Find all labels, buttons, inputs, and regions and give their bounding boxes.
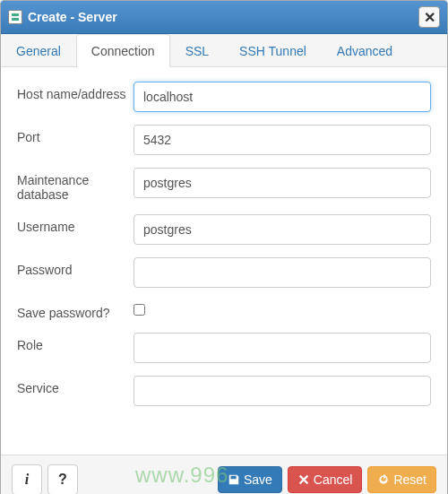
- info-icon: i: [25, 472, 29, 488]
- label-port: Port: [17, 125, 134, 144]
- tab-bar: General Connection SSL SSH Tunnel Advanc…: [1, 34, 447, 67]
- label-username: Username: [17, 214, 134, 234]
- server-icon: [8, 10, 22, 24]
- tab-advanced[interactable]: Advanced: [322, 34, 408, 67]
- label-password: Password: [17, 257, 134, 277]
- service-input[interactable]: [134, 376, 431, 406]
- watermark-text: www.996: [135, 463, 228, 488]
- help-icon: ?: [58, 472, 67, 488]
- row-password: Password: [17, 257, 431, 288]
- username-input[interactable]: [134, 214, 431, 245]
- label-save-password: Save password?: [17, 300, 134, 320]
- close-icon: ✕: [424, 9, 435, 26]
- cancel-button[interactable]: Cancel: [288, 466, 363, 493]
- row-username: Username: [17, 214, 431, 245]
- host-input[interactable]: [134, 82, 431, 112]
- reset-button-label: Reset: [393, 472, 426, 487]
- role-input[interactable]: [134, 333, 431, 363]
- label-host: Host name/address: [17, 82, 134, 101]
- tab-connection[interactable]: Connection: [76, 34, 170, 67]
- dialog-footer: www.996 i ? Save Cancel Reset: [1, 455, 447, 494]
- dialog-title: Create - Server: [28, 10, 418, 24]
- label-maintenance-db: Maintenance database: [17, 168, 134, 202]
- help-button[interactable]: ?: [47, 464, 78, 494]
- svg-rect-1: [12, 18, 19, 21]
- save-icon: [228, 473, 240, 486]
- close-button[interactable]: ✕: [418, 6, 440, 28]
- row-service: Service: [17, 376, 431, 406]
- form-body: Host name/address Port Maintenance datab…: [1, 67, 447, 455]
- tab-general[interactable]: General: [1, 34, 76, 67]
- row-port: Port: [17, 125, 431, 155]
- reset-button[interactable]: Reset: [367, 466, 436, 493]
- label-role: Role: [17, 333, 134, 352]
- tab-ssh-tunnel[interactable]: SSH Tunnel: [224, 34, 322, 67]
- cancel-icon: [297, 473, 310, 486]
- info-button[interactable]: i: [12, 464, 42, 494]
- save-button-label: Save: [244, 472, 272, 487]
- maintenance-db-input[interactable]: [134, 168, 431, 198]
- titlebar: Create - Server ✕: [1, 1, 447, 34]
- row-role: Role: [17, 333, 431, 363]
- create-server-dialog: Create - Server ✕ General Connection SSL…: [0, 0, 448, 494]
- save-button[interactable]: Save: [218, 466, 282, 493]
- tab-ssl[interactable]: SSL: [170, 34, 224, 67]
- password-input[interactable]: [134, 257, 431, 288]
- svg-rect-0: [12, 13, 19, 16]
- save-password-checkbox[interactable]: [134, 304, 145, 316]
- port-input[interactable]: [134, 125, 431, 155]
- cancel-button-label: Cancel: [314, 472, 353, 487]
- row-save-password: Save password?: [17, 300, 431, 320]
- row-maintenance-db: Maintenance database: [17, 168, 431, 202]
- row-host: Host name/address: [17, 82, 431, 112]
- reset-icon: [377, 473, 390, 486]
- label-service: Service: [17, 376, 134, 395]
